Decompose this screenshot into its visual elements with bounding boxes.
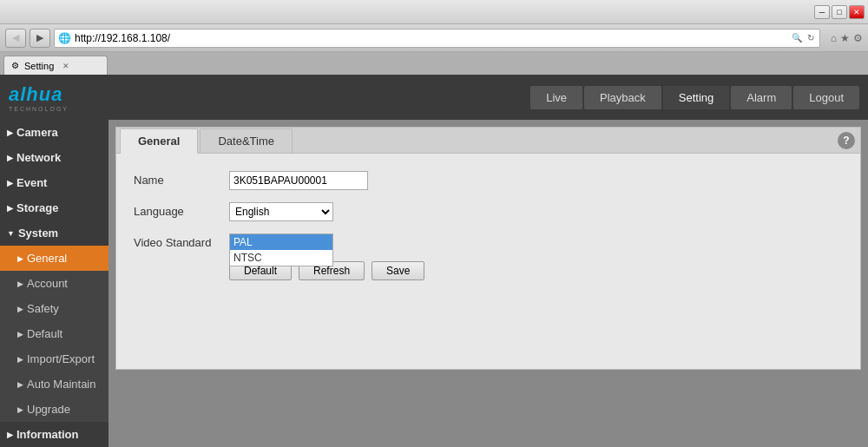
browser-tab-setting[interactable]: ⚙ Setting ✕ xyxy=(3,56,108,75)
address-actions: 🔍 ↻ xyxy=(790,33,816,43)
sidebar-label-default: Default xyxy=(27,327,62,340)
sidebar-label-storage: Storage xyxy=(16,201,58,214)
refresh-browser-button[interactable]: ↻ xyxy=(806,33,816,43)
form-area: Name Language English Chinese French Ger… xyxy=(116,154,860,294)
chevron-right-icon: ▶ xyxy=(7,179,13,187)
arrow-right-icon: ▶ xyxy=(17,254,23,263)
chevron-right-icon: ▶ xyxy=(7,154,13,162)
save-button[interactable]: Save xyxy=(372,261,424,280)
sidebar-label-information: Information xyxy=(16,428,79,441)
sidebar-label-account: Account xyxy=(27,277,68,290)
sidebar-item-auto-maintain[interactable]: ▶ Auto Maintain xyxy=(0,371,108,397)
option-pal[interactable]: PAL xyxy=(230,234,332,250)
video-standard-row: Video Standard PAL NTSC xyxy=(134,233,843,249)
sidebar-label-upgrade: Upgrade xyxy=(27,403,70,416)
sidebar-item-event[interactable]: ▶ Event xyxy=(0,170,108,195)
chevron-right-icon: ▶ xyxy=(7,204,13,213)
nav-alarm-button[interactable]: Alarm xyxy=(731,86,792,109)
sidebar-item-camera[interactable]: ▶ Camera xyxy=(0,120,108,145)
content-panel: General Date&Time ? Name xyxy=(115,127,861,370)
sidebar-label-camera: Camera xyxy=(16,126,58,139)
browser-toolbar: ◀ ▶ 🌐 🔍 ↻ ⌂ ★ ⚙ xyxy=(0,24,868,52)
arrow-right-icon: ▶ xyxy=(17,355,23,364)
nav-live-button[interactable]: Live xyxy=(530,86,582,109)
help-icon: ? xyxy=(843,135,849,147)
chevron-down-icon: ▼ xyxy=(7,229,15,238)
sidebar-label-safety: Safety xyxy=(27,302,59,315)
dropdown-options: PAL NTSC xyxy=(229,233,333,266)
sidebar-item-account[interactable]: ▶ Account xyxy=(0,271,108,296)
forward-button[interactable]: ▶ xyxy=(30,29,50,48)
window-controls: ─ □ ✕ xyxy=(814,5,865,19)
arrow-right-icon: ▶ xyxy=(17,330,23,339)
sidebar-item-default[interactable]: ▶ Default xyxy=(0,321,108,346)
address-bar: 🌐 🔍 ↻ xyxy=(54,29,820,48)
sidebar-item-storage[interactable]: ▶ Storage xyxy=(0,195,108,220)
tab-bar: ⚙ Setting ✕ xyxy=(0,52,868,75)
back-button[interactable]: ◀ xyxy=(5,29,26,48)
browser-stars: ⌂ ★ ⚙ xyxy=(831,32,863,44)
sidebar-item-import-export[interactable]: ▶ Import/Export xyxy=(0,346,108,371)
arrow-right-icon: ▶ xyxy=(17,305,23,313)
sidebar-label-system: System xyxy=(18,227,58,240)
app-container: alhua TECHNOLOGY Live Playback Setting A… xyxy=(0,75,868,447)
arrow-right-icon: ▶ xyxy=(17,405,23,414)
name-input[interactable] xyxy=(229,171,368,190)
name-label: Name xyxy=(134,171,220,187)
language-row: Language English Chinese French German S… xyxy=(134,202,843,221)
sidebar-item-network[interactable]: ▶ Network xyxy=(0,145,108,170)
content-tab-header: General Date&Time ? xyxy=(116,128,860,154)
app-header: alhua TECHNOLOGY Live Playback Setting A… xyxy=(0,75,868,120)
sidebar-label-auto-maintain: Auto Maintain xyxy=(27,378,96,391)
app-logo: alhua TECHNOLOGY xyxy=(9,83,69,112)
browser-titlebar: ─ □ ✕ xyxy=(0,0,868,24)
chevron-right-icon: ▶ xyxy=(7,128,13,137)
sidebar-label-event: Event xyxy=(16,176,47,189)
sidebar: ▶ Camera ▶ Network ▶ Event ▶ Storage ▼ S… xyxy=(0,120,108,447)
close-button[interactable]: ✕ xyxy=(849,5,865,19)
tab-close-button[interactable]: ✕ xyxy=(62,62,69,70)
favorite-icon[interactable]: ★ xyxy=(840,32,850,44)
header-nav: Live Playback Setting Alarm Logout xyxy=(530,86,859,109)
sidebar-item-upgrade[interactable]: ▶ Upgrade xyxy=(0,397,108,422)
tab-datetime[interactable]: Date&Time xyxy=(200,128,293,153)
minimize-button[interactable]: ─ xyxy=(814,5,830,19)
sidebar-item-safety[interactable]: ▶ Safety xyxy=(0,296,108,321)
sidebar-item-information[interactable]: ▶ Information xyxy=(0,422,108,447)
name-row: Name xyxy=(134,171,843,190)
tab-favicon: ⚙ xyxy=(11,61,19,70)
option-ntsc[interactable]: NTSC xyxy=(230,250,332,266)
logo-subtext: TECHNOLOGY xyxy=(9,106,69,112)
search-icon[interactable]: 🔍 xyxy=(790,33,804,43)
tab-general[interactable]: General xyxy=(120,128,198,154)
sidebar-label-network: Network xyxy=(16,151,61,164)
nav-setting-button[interactable]: Setting xyxy=(663,86,729,109)
sidebar-item-general[interactable]: ▶ General xyxy=(0,246,108,271)
settings-icon[interactable]: ⚙ xyxy=(853,32,863,44)
help-button[interactable]: ? xyxy=(838,132,855,149)
tab-general-label: General xyxy=(138,135,180,148)
main-content: General Date&Time ? Name xyxy=(108,120,868,447)
nav-logout-button[interactable]: Logout xyxy=(793,86,859,109)
language-select[interactable]: English Chinese French German Spanish xyxy=(229,202,333,221)
sidebar-item-system[interactable]: ▼ System xyxy=(0,220,108,246)
arrow-right-icon: ▶ xyxy=(17,279,23,288)
globe-icon: 🌐 xyxy=(58,32,71,44)
chevron-right-icon: ▶ xyxy=(7,431,13,439)
tab-datetime-label: Date&Time xyxy=(218,135,274,148)
video-standard-label: Video Standard xyxy=(134,233,220,249)
logo-text: alhua xyxy=(9,83,69,106)
home-icon[interactable]: ⌂ xyxy=(831,32,837,44)
tab-title: Setting xyxy=(24,61,54,71)
arrow-right-icon: ▶ xyxy=(17,380,23,389)
app-body: ▶ Camera ▶ Network ▶ Event ▶ Storage ▼ S… xyxy=(0,120,868,447)
sidebar-label-general: General xyxy=(27,252,67,265)
language-label: Language xyxy=(134,202,220,218)
address-input[interactable] xyxy=(75,32,786,44)
sidebar-label-import-export: Import/Export xyxy=(27,352,95,365)
maximize-button[interactable]: □ xyxy=(832,5,847,19)
nav-playback-button[interactable]: Playback xyxy=(584,86,661,109)
